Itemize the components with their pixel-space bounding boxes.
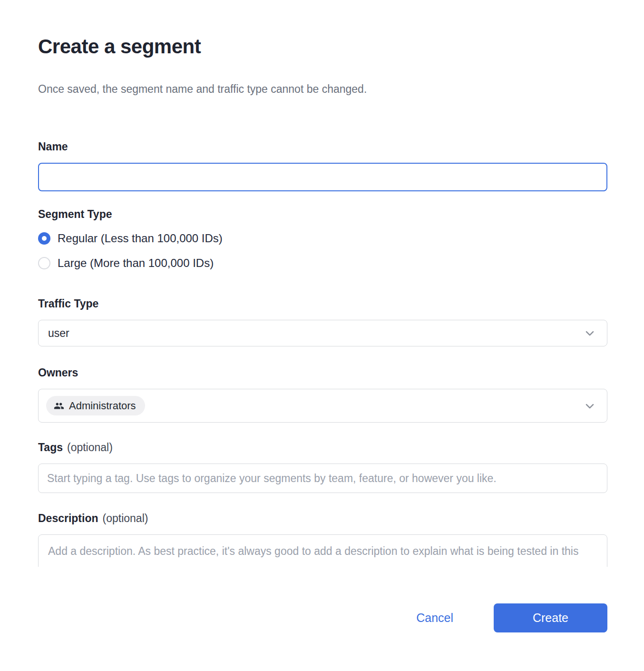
- segment-type-option-regular[interactable]: Regular (Less than 100,000 IDs): [38, 232, 607, 245]
- name-input[interactable]: [38, 163, 607, 191]
- description-optional-text: (optional): [103, 512, 148, 524]
- owners-label: Owners: [38, 366, 607, 379]
- traffic-type-label: Traffic Type: [38, 297, 607, 310]
- owner-chip-administrators[interactable]: Administrators: [46, 396, 145, 415]
- dialog-footer: Cancel Create: [38, 603, 607, 632]
- description-clip: [38, 534, 607, 567]
- radio-selected-icon[interactable]: [38, 232, 50, 245]
- tags-label: Tags(optional): [38, 441, 607, 454]
- create-segment-dialog: Create a segment Once saved, the segment…: [0, 35, 644, 632]
- segment-type-label: Segment Type: [38, 208, 607, 221]
- dialog-subtitle: Once saved, the segment name and traffic…: [38, 83, 607, 96]
- tags-optional-text: (optional): [67, 441, 113, 454]
- create-button[interactable]: Create: [494, 603, 607, 632]
- chevron-down-icon[interactable]: [583, 399, 596, 413]
- tags-label-text: Tags: [38, 441, 63, 454]
- radio-label-large: Large (More than 100,000 IDs): [58, 257, 214, 270]
- description-textarea[interactable]: [38, 534, 607, 567]
- segment-type-option-large[interactable]: Large (More than 100,000 IDs): [38, 257, 607, 270]
- chevron-down-icon[interactable]: [583, 326, 596, 340]
- cancel-button[interactable]: Cancel: [416, 611, 453, 625]
- traffic-type-select[interactable]: user: [38, 320, 607, 346]
- description-label: Description(optional): [38, 512, 607, 525]
- tags-input[interactable]: [38, 464, 607, 493]
- dialog-title: Create a segment: [38, 35, 607, 58]
- owners-select[interactable]: Administrators: [38, 389, 607, 423]
- people-icon: [54, 401, 64, 411]
- owner-chip-label: Administrators: [69, 400, 136, 412]
- description-label-text: Description: [38, 512, 98, 524]
- radio-label-regular: Regular (Less than 100,000 IDs): [58, 232, 223, 245]
- name-label: Name: [38, 140, 607, 153]
- traffic-type-value: user: [48, 327, 69, 340]
- radio-unselected-icon[interactable]: [38, 257, 50, 269]
